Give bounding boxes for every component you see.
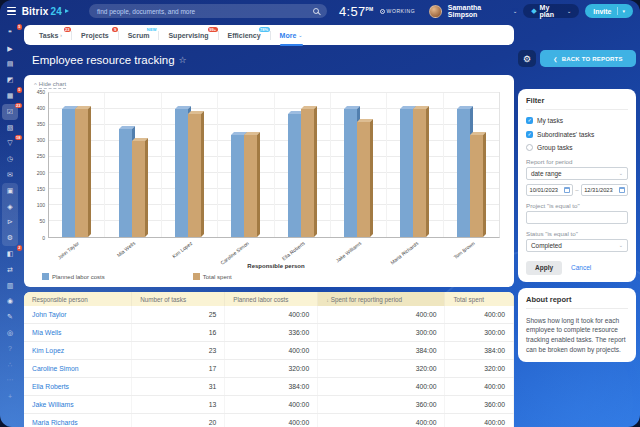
table-header-row: Responsible personNumber of tasksPlanned… (24, 292, 514, 306)
invite-button[interactable]: Invite ▾ (585, 4, 633, 18)
table-cell: Maria Richards (24, 414, 132, 427)
top-bar: Bitrix24 find people, documents, and mor… (0, 0, 640, 22)
settings-button[interactable]: ⚙ (518, 50, 536, 67)
sidebar-item-shop[interactable]: ▥ (2, 278, 18, 294)
legend-item: Total spent (193, 273, 232, 280)
user-menu[interactable]: Samantha Simpson ⌄ (448, 4, 517, 18)
person-link[interactable]: John Taylor (32, 311, 67, 318)
person-link[interactable]: Mia Wells (32, 329, 61, 336)
sidebar-item-apps[interactable]: ∴ (2, 357, 18, 373)
person-link[interactable]: Ella Roberts (32, 383, 69, 390)
hamburger-menu-icon[interactable] (7, 7, 16, 15)
sidebar-item-camera[interactable]: ◉ (2, 294, 18, 310)
my-plan-button[interactable]: ◆ My plan ⌄ (523, 4, 579, 18)
sidebar-item-drive[interactable]: ▣ (2, 183, 18, 199)
tab-badge: 99+ (208, 27, 218, 33)
my-plan-label: My plan (540, 4, 564, 18)
user-avatar[interactable] (429, 5, 442, 18)
sidebar-item-time[interactable]: ◷ (2, 151, 18, 167)
chart-plot (48, 92, 500, 238)
search-input[interactable]: find people, documents, and more (89, 4, 327, 18)
sidebar-item-chat[interactable]: ❝5 (2, 25, 18, 41)
sidebar-item-marketing[interactable]: ◈ (2, 199, 18, 215)
checkbox-checked-icon[interactable]: ✓ (526, 131, 533, 138)
checkbox-checked-icon[interactable]: ✓ (526, 117, 533, 124)
clock-widget[interactable]: 4:57PM (339, 4, 374, 19)
tab-efficiency[interactable]: Efficiency78% (219, 25, 270, 45)
chart-bar (188, 114, 201, 237)
sidebar-item-crm[interactable]: ▧ (2, 120, 18, 136)
tab-label: Tasks (39, 32, 58, 39)
calendar-icon[interactable] (564, 187, 570, 193)
table-cell: 320:00 (445, 360, 514, 378)
chart-bar (344, 109, 357, 237)
date-from-input[interactable]: 10/01/2023 (526, 184, 573, 196)
x-tick-label: John Taylor (56, 240, 80, 260)
sites-icon: ◧ (7, 250, 14, 258)
date-to-value: 12/31/2023 (584, 187, 612, 193)
sidebar-item-video-call[interactable]: ▶ (2, 41, 18, 57)
header-actions: ⚙ ❮ BACK TO REPORTS (518, 50, 636, 67)
favorite-star-icon[interactable]: ☆ (179, 55, 187, 65)
sidebar-item-mail[interactable]: ✉ (2, 167, 18, 183)
sidebar-item-code[interactable]: ⊳ (2, 215, 18, 231)
sidebar-item-calendar[interactable]: ▦5 (2, 88, 18, 104)
tab-projects[interactable]: Projects9 (72, 25, 118, 45)
sidebar-item-groups[interactable]: ◩ (2, 72, 18, 88)
date-to-input[interactable]: 12/31/2023 (581, 184, 628, 196)
sidebar-item-sites[interactable]: ◧2 (2, 246, 18, 262)
marketing-icon: ◈ (7, 203, 12, 211)
sidebar-item-copilot[interactable]: ◎ (2, 325, 18, 341)
tab-more[interactable]: More⌄ (271, 25, 312, 45)
filter-option-label: Group tasks (537, 144, 573, 151)
sidebar-item-workflows[interactable]: ⇄ (2, 262, 18, 278)
checkbox-unchecked-icon[interactable] (526, 144, 533, 151)
status-select[interactable]: Completed ⌄ (526, 239, 628, 252)
table-cell: Ella Roberts (24, 378, 132, 396)
sidebar-badge: 2 (17, 245, 22, 251)
column-header-label: Responsible person (32, 296, 88, 303)
filter-option-group-tasks[interactable]: Group tasks (526, 144, 628, 151)
calendar-icon[interactable] (619, 187, 625, 193)
sidebar-badge: 18 (15, 135, 22, 141)
sidebar-item-sales-funnel[interactable]: ▽18 (2, 136, 18, 152)
chart-bar (457, 109, 470, 237)
hide-chart-toggle[interactable]: ^ Hide chart (34, 81, 504, 89)
sidebar-item-tasks[interactable]: ☑23 (2, 104, 18, 120)
x-label-cell: Jake Williams (331, 238, 388, 263)
sidebar-item-help[interactable]: ? (2, 341, 18, 357)
tab-tasks[interactable]: Tasks›23 (30, 25, 71, 45)
sidebar-item-automation[interactable]: ⚙ (2, 230, 18, 246)
tab-scrum[interactable]: ScrumNEW (119, 25, 159, 45)
tab-supervising[interactable]: Supervising99+ (159, 25, 217, 45)
back-to-reports-button[interactable]: ❮ BACK TO REPORTS (540, 50, 636, 67)
chat-icon: ❝ (8, 29, 12, 37)
chart-card: ^ Hide chart 050100150200250300350400450… (24, 75, 514, 287)
filter-option-subordinates-tasks[interactable]: ✓Subordinates' tasks (526, 131, 628, 138)
tab-badge: 9 (112, 27, 117, 33)
cancel-link[interactable]: Cancel (571, 264, 591, 271)
right-column: ⚙ ❮ BACK TO REPORTS Filter ✓My tasks✓Sub… (518, 25, 636, 427)
person-link[interactable]: Caroline Simon (32, 365, 78, 372)
chart-group (49, 93, 104, 237)
person-link[interactable]: Maria Richards (32, 419, 78, 426)
project-filter-input[interactable] (526, 211, 628, 224)
sidebar-item-add[interactable]: + (2, 388, 18, 404)
sidebar-item-sign[interactable]: ✎ (2, 309, 18, 325)
table-cell: 13 (132, 396, 225, 414)
apply-button[interactable]: Apply (526, 261, 562, 275)
filter-checkboxes: ✓My tasks✓Subordinates' tasksGroup tasks (526, 117, 628, 151)
button-divider (617, 7, 618, 15)
person-link[interactable]: Jake Williams (32, 401, 74, 408)
sidebar-item-documents[interactable]: ▤ (2, 57, 18, 73)
person-link[interactable]: Kim Lopez (32, 347, 64, 354)
filter-option-my-tasks[interactable]: ✓My tasks (526, 117, 628, 124)
invite-label: Invite (593, 8, 611, 15)
sort-descending-icon: ↓ (326, 297, 329, 303)
working-status[interactable]: WORKING (380, 8, 416, 14)
search-icon[interactable] (313, 8, 319, 14)
filter-option-label: My tasks (537, 117, 563, 124)
sidebar-item-settings[interactable]: ⋯ (2, 373, 18, 389)
period-select[interactable]: date range ⌄ (526, 167, 628, 180)
bitrix24-logo[interactable]: Bitrix24 (22, 6, 69, 17)
